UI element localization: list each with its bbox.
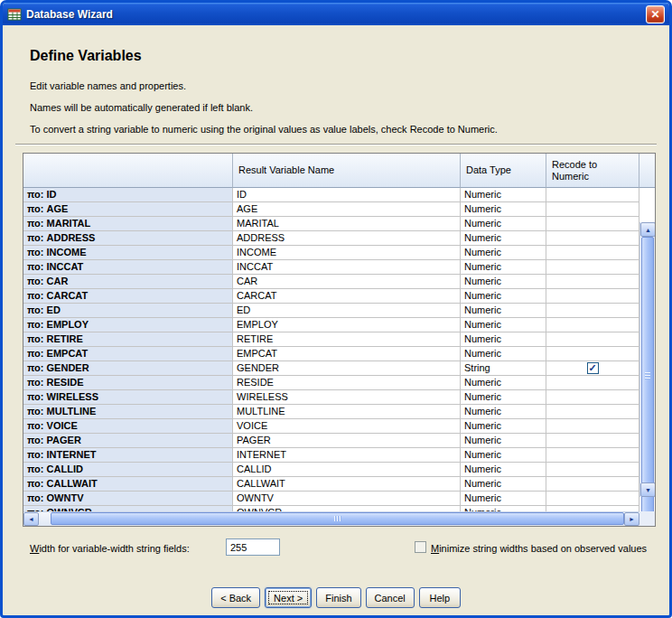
data-type-cell[interactable]: Numeric [461, 332, 546, 347]
data-type-cell[interactable]: Numeric [461, 492, 546, 506]
result-variable-name-cell[interactable]: INCOME [233, 246, 461, 260]
table-row[interactable]: πο: MULTLINEMULTLINENumeric [23, 405, 639, 419]
recode-to-numeric-cell[interactable] [546, 289, 639, 304]
data-type-cell[interactable]: Numeric [461, 376, 546, 390]
table-row[interactable]: πο: CARCARNumeric [23, 275, 639, 289]
table-row[interactable]: πο: RESIDERESIDENumeric [23, 376, 639, 390]
data-type-cell[interactable]: Numeric [461, 419, 546, 434]
recode-to-numeric-cell[interactable] [546, 434, 639, 448]
result-variable-name-cell[interactable]: PAGER [233, 434, 461, 448]
result-variable-name-cell[interactable]: RESIDE [233, 376, 461, 390]
result-variable-name-cell[interactable]: CALLID [233, 463, 461, 477]
table-row[interactable]: πο: EDEDNumeric [23, 304, 639, 318]
recode-to-numeric-cell[interactable] [546, 463, 639, 477]
result-variable-name-cell[interactable]: CAR [233, 275, 461, 289]
recode-to-numeric-cell[interactable] [546, 275, 639, 289]
vertical-scrollbar[interactable]: ▲ ▼ [639, 222, 655, 497]
table-row[interactable]: πο: WIRELESSWIRELESSNumeric [23, 390, 639, 405]
data-type-cell[interactable]: Numeric [461, 477, 546, 492]
data-type-cell[interactable]: String [461, 361, 546, 376]
data-type-cell[interactable]: Numeric [461, 318, 546, 332]
minimize-string-widths-checkbox[interactable] [415, 541, 426, 553]
table-row[interactable]: πο: INCOMEINCOMENumeric [23, 246, 639, 260]
help-button[interactable]: Help [419, 587, 461, 608]
table-row[interactable]: πο: AGEAGENumeric [23, 202, 639, 217]
result-variable-name-cell[interactable]: OWNTV [233, 492, 461, 506]
result-variable-name-cell[interactable]: ADDRESS [233, 231, 461, 246]
recode-to-numeric-cell[interactable] [546, 477, 639, 492]
data-type-cell[interactable]: Numeric [461, 231, 546, 246]
table-row[interactable]: πο: INCCATINCCATNumeric [23, 260, 639, 275]
close-button[interactable]: ✕ [646, 5, 665, 23]
cancel-button[interactable]: Cancel [366, 587, 415, 608]
data-type-cell[interactable]: Numeric [461, 463, 546, 477]
result-variable-name-cell[interactable]: MARITAL [233, 217, 461, 231]
result-variable-name-cell[interactable]: RETIRE [233, 332, 461, 347]
result-variable-name-cell[interactable]: AGE [233, 202, 461, 217]
recode-to-numeric-cell[interactable] [546, 217, 639, 231]
scroll-up-button[interactable]: ▲ [640, 222, 655, 237]
width-input[interactable] [226, 538, 280, 556]
recode-to-numeric-cell[interactable]: ✓ [546, 361, 639, 376]
table-row[interactable]: πο: OWNTVOWNTVNumeric [23, 492, 639, 506]
recode-checkbox[interactable]: ✓ [587, 362, 599, 374]
recode-to-numeric-cell[interactable] [546, 376, 639, 390]
scroll-down-button[interactable]: ▼ [640, 482, 655, 497]
horizontal-scroll-thumb[interactable] [51, 512, 624, 525]
table-row[interactable]: πο: MARITALMARITALNumeric [23, 217, 639, 231]
result-variable-name-cell[interactable]: EMPLOY [233, 318, 461, 332]
table-row[interactable]: πο: CALLIDCALLIDNumeric [23, 463, 639, 477]
table-row[interactable]: πο: CALLWAITCALLWAITNumeric [23, 477, 639, 492]
data-type-cell[interactable]: Numeric [461, 260, 546, 275]
data-type-cell[interactable]: Numeric [461, 390, 546, 405]
recode-to-numeric-cell[interactable] [546, 390, 639, 405]
data-type-cell[interactable]: Numeric [461, 448, 546, 463]
table-row[interactable]: πο: VOICEVOICENumeric [23, 419, 639, 434]
table-row[interactable]: πο: INTERNETINTERNETNumeric [23, 448, 639, 463]
recode-to-numeric-cell[interactable] [546, 419, 639, 434]
data-type-cell[interactable]: Numeric [461, 202, 546, 217]
vertical-scroll-thumb[interactable] [641, 237, 654, 511]
recode-to-numeric-cell[interactable] [546, 405, 639, 419]
recode-to-numeric-cell[interactable] [546, 492, 639, 506]
recode-to-numeric-cell[interactable] [546, 304, 639, 318]
result-variable-name-cell[interactable]: WIRELESS [233, 390, 461, 405]
table-row[interactable]: πο: PAGERPAGERNumeric [23, 434, 639, 448]
finish-button[interactable]: Finish [316, 587, 360, 608]
result-variable-name-cell[interactable]: INTERNET [233, 448, 461, 463]
table-row[interactable]: πο: EMPCATEMPCATNumeric [23, 347, 639, 361]
data-type-cell[interactable]: Numeric [461, 217, 546, 231]
recode-to-numeric-cell[interactable] [546, 246, 639, 260]
table-row[interactable]: πο: CARCATCARCATNumeric [23, 289, 639, 304]
back-button[interactable]: < Back [211, 587, 260, 608]
data-type-cell[interactable]: Numeric [461, 304, 546, 318]
data-type-cell[interactable]: Numeric [461, 246, 546, 260]
data-type-cell[interactable]: Numeric [461, 347, 546, 361]
recode-to-numeric-cell[interactable] [546, 188, 639, 202]
result-variable-name-cell[interactable]: ED [233, 304, 461, 318]
horizontal-scrollbar[interactable]: ◄ ► [23, 511, 639, 526]
recode-to-numeric-cell[interactable] [546, 231, 639, 246]
result-variable-name-cell[interactable]: INCCAT [233, 260, 461, 275]
table-row[interactable]: πο: EMPLOYEMPLOYNumeric [23, 318, 639, 332]
result-variable-name-cell[interactable]: MULTLINE [233, 405, 461, 419]
table-row[interactable]: πο: ADDRESSADDRESSNumeric [23, 231, 639, 246]
table-row[interactable]: πο: IDIDNumeric [23, 188, 639, 202]
titlebar[interactable]: Database Wizard ✕ [3, 3, 669, 25]
recode-to-numeric-cell[interactable] [546, 347, 639, 361]
data-type-cell[interactable]: Numeric [461, 289, 546, 304]
data-type-cell[interactable]: Numeric [461, 434, 546, 448]
recode-to-numeric-cell[interactable] [546, 202, 639, 217]
table-row[interactable]: πο: GENDERGENDERString✓ [23, 361, 639, 376]
result-variable-name-cell[interactable]: EMPCAT [233, 347, 461, 361]
recode-to-numeric-cell[interactable] [546, 448, 639, 463]
next-button[interactable]: Next > [265, 587, 312, 608]
recode-to-numeric-cell[interactable] [546, 332, 639, 347]
data-type-cell[interactable]: Numeric [461, 405, 546, 419]
data-type-cell[interactable]: Numeric [461, 275, 546, 289]
result-variable-name-cell[interactable]: GENDER [233, 361, 461, 376]
scroll-right-button[interactable]: ► [624, 512, 639, 526]
result-variable-name-cell[interactable]: CALLWAIT [233, 477, 461, 492]
recode-to-numeric-cell[interactable] [546, 318, 639, 332]
scroll-left-button[interactable]: ◄ [23, 512, 39, 526]
